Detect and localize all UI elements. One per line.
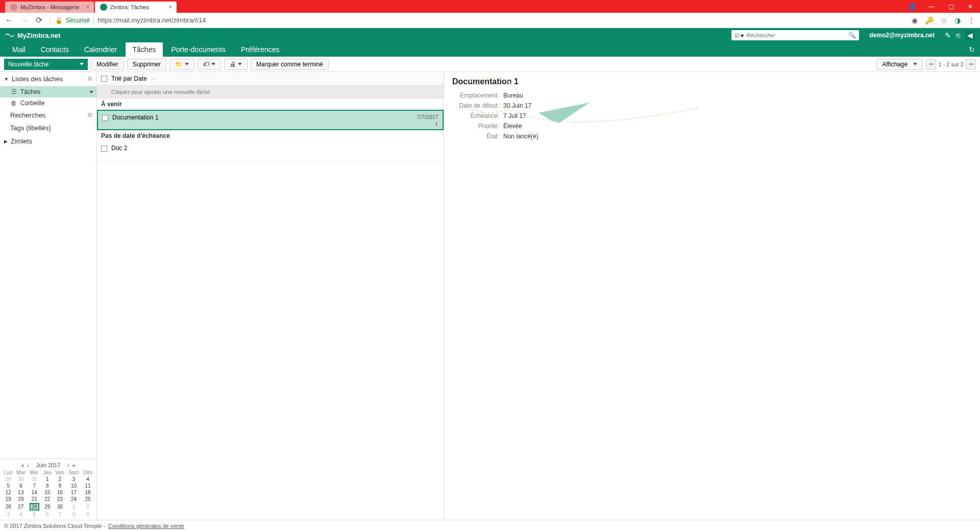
cal-day[interactable]: 13 <box>14 489 27 496</box>
sidebar-tags[interactable]: Tags (libellés) <box>0 122 96 134</box>
cal-day[interactable]: 2 <box>81 502 94 511</box>
cal-day[interactable]: 23 <box>54 496 66 502</box>
nav-tab-contacts[interactable]: Contacts <box>34 42 76 57</box>
nav-tab-briefcase[interactable]: Porte-documents <box>164 42 233 57</box>
cal-day[interactable]: 2 <box>54 476 66 482</box>
cal-day[interactable]: 11 <box>81 482 94 489</box>
cal-day[interactable]: 3 <box>2 511 14 518</box>
cal-day[interactable]: 25 <box>81 496 94 502</box>
select-all-checkbox[interactable] <box>101 76 107 82</box>
sidebar-item-tasks[interactable]: ☰ Tâches <box>0 86 96 98</box>
cal-day[interactable]: 19 <box>2 496 14 502</box>
sidebar-item-trash[interactable]: 🗑 Corbeille <box>0 98 96 109</box>
cal-day[interactable]: 14 <box>27 489 41 496</box>
search-scope-icon[interactable]: ☑ <box>734 33 744 38</box>
cal-day[interactable]: 8 <box>66 511 81 518</box>
nav-tab-mail[interactable]: Mail <box>5 42 33 57</box>
gear-icon[interactable]: ⚙ <box>87 76 92 82</box>
cal-day[interactable]: 30 <box>54 502 66 511</box>
collapse-icon[interactable]: ◀ <box>965 30 975 40</box>
gear-icon[interactable]: ⚙ <box>87 112 92 118</box>
delete-button[interactable]: Supprimer <box>127 59 166 70</box>
cal-day[interactable]: 1 <box>41 476 54 482</box>
nav-tab-tasks[interactable]: Tâches <box>126 42 163 57</box>
brand-logo[interactable]: MyZimbra.net <box>5 32 61 39</box>
cal-day[interactable]: 28 <box>27 502 41 511</box>
task-checkbox[interactable] <box>102 115 108 121</box>
logout-icon[interactable]: ⎋ <box>956 31 960 39</box>
prev-page-icon[interactable]: ⬅ <box>926 59 936 69</box>
task-row[interactable]: Doc 2 <box>97 141 444 162</box>
cal-day[interactable]: 29 <box>41 502 54 511</box>
move-button[interactable]: 📁 <box>169 59 194 70</box>
cal-next-icon[interactable]: › <box>67 463 69 468</box>
compose-icon[interactable]: ✎ <box>945 31 951 39</box>
star-icon[interactable]: ☆ <box>941 16 947 25</box>
cal-day[interactable]: 1 <box>66 502 81 511</box>
cal-day[interactable]: 3 <box>66 476 81 482</box>
close-icon[interactable]: × <box>169 4 173 11</box>
cal-grid[interactable]: LunMarMerJeuVenSamDim2930311234567891011… <box>2 469 94 518</box>
cal-first-icon[interactable]: « <box>21 463 24 468</box>
cal-day[interactable]: 17 <box>66 489 81 496</box>
cal-prev-icon[interactable]: ‹ <box>27 463 29 468</box>
cal-day[interactable]: 31 <box>27 476 41 482</box>
forward-icon[interactable]: → <box>20 16 29 25</box>
browser-tab[interactable]: MyZimbra - Messagerie × <box>5 2 94 13</box>
minimize-icon[interactable]: — <box>922 3 941 10</box>
task-row[interactable]: Documentation 17/7/2017! <box>97 110 444 130</box>
cal-day[interactable]: 29 <box>2 476 14 482</box>
sidebar-searches[interactable]: Recherches ⚙ <box>0 109 96 122</box>
cal-day[interactable]: 4 <box>14 511 27 518</box>
cal-day[interactable]: 20 <box>14 496 27 502</box>
terms-link[interactable]: Conditions générales de vente <box>108 523 184 529</box>
close-window-icon[interactable]: ✕ <box>961 3 980 10</box>
cal-day[interactable]: 27 <box>14 502 27 511</box>
user-icon[interactable]: 👤 <box>902 3 922 10</box>
task-checkbox[interactable] <box>101 146 107 152</box>
edit-button[interactable]: Modifier <box>91 59 124 70</box>
cal-day[interactable]: 5 <box>27 511 41 518</box>
search-box[interactable]: ☑ 🔍 <box>731 30 859 40</box>
close-icon[interactable]: × <box>86 4 90 11</box>
tasklists-header[interactable]: ▼ Listes des tâches ⚙ <box>0 72 96 86</box>
cal-day[interactable]: 7 <box>27 482 41 489</box>
cal-day[interactable]: 8 <box>41 482 54 489</box>
cal-day[interactable]: 4 <box>81 476 94 482</box>
extension-icon[interactable]: ◑ <box>954 16 961 25</box>
search-input[interactable] <box>746 32 848 38</box>
reload-icon[interactable]: ⟳ <box>36 15 42 25</box>
cal-day[interactable]: 16 <box>54 489 66 496</box>
print-button[interactable]: 🖨 <box>224 59 248 70</box>
nav-tab-calendar[interactable]: Calendrier <box>77 42 125 57</box>
user-label[interactable]: demo2@myzimbra.net <box>869 32 935 39</box>
cal-day[interactable]: 9 <box>81 511 94 518</box>
cal-day[interactable]: 6 <box>41 511 54 518</box>
chevron-down-icon[interactable] <box>89 91 93 93</box>
new-task-button[interactable]: Nouvelle tâche <box>4 59 88 70</box>
url-bar[interactable]: 🔒 Sécurisé | https://mail.myzimbra.net/z… <box>50 16 904 24</box>
nav-tab-preferences[interactable]: Préférences <box>234 42 286 57</box>
cal-day[interactable]: 12 <box>2 489 14 496</box>
search-icon[interactable]: 🔍 <box>848 32 856 39</box>
next-page-icon[interactable]: ➡ <box>966 59 976 69</box>
eye-icon[interactable]: ◉ <box>912 16 918 25</box>
tag-button[interactable]: 🏷 <box>198 59 221 70</box>
cal-day[interactable]: 7 <box>54 511 66 518</box>
cal-day[interactable]: 30 <box>14 476 27 482</box>
task-list-header[interactable]: Trié par Date → <box>97 72 444 85</box>
back-icon[interactable]: ← <box>5 16 13 25</box>
browser-tab[interactable]: Zimbra: Tâches × <box>95 2 177 13</box>
maximize-icon[interactable]: ▢ <box>941 3 961 10</box>
menu-icon[interactable]: ⋮ <box>968 16 975 25</box>
cal-last-icon[interactable]: » <box>72 463 76 468</box>
cal-day[interactable]: 24 <box>66 496 81 502</box>
cal-day[interactable]: 10 <box>66 482 81 489</box>
cal-day[interactable]: 15 <box>41 489 54 496</box>
cal-day[interactable]: 22 <box>41 496 54 502</box>
cal-day[interactable]: 26 <box>2 502 14 511</box>
cal-day[interactable]: 9 <box>54 482 66 489</box>
sort-arrow-icon[interactable]: → <box>151 76 156 81</box>
cal-day[interactable]: 21 <box>27 496 41 502</box>
key-icon[interactable]: 🔑 <box>925 16 934 25</box>
